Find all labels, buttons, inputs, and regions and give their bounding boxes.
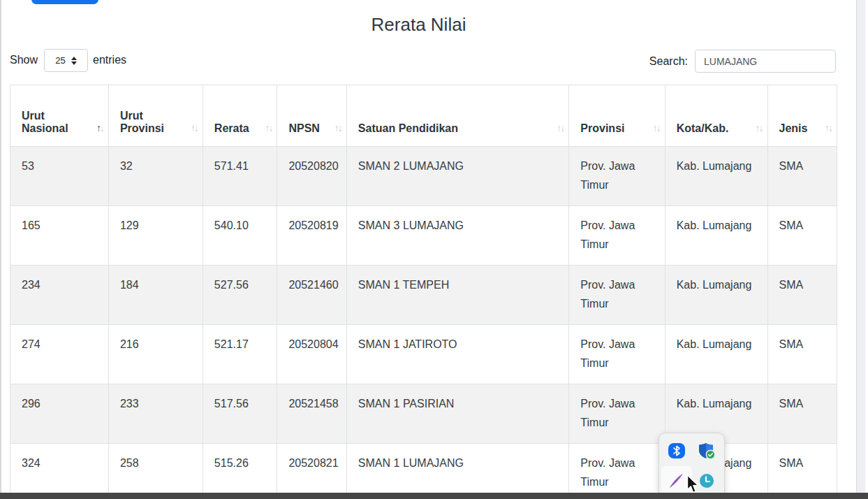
- cell-urut-provinsi: 129: [108, 206, 203, 266]
- column-label: Kota/Kab.: [677, 122, 729, 134]
- top-button[interactable]: [31, 0, 98, 4]
- bluetooth-icon[interactable]: [661, 435, 692, 466]
- taskbar-edge[interactable]: [0, 493, 868, 499]
- cell-jenis: SMA: [767, 444, 837, 499]
- sort-icon: ↑↓: [96, 122, 103, 133]
- entries-label: entries: [93, 54, 126, 66]
- cell-urut-provinsi: 32: [108, 147, 203, 206]
- cell-urut-nasional: 53: [10, 147, 109, 206]
- cell-urut-nasional: 165: [10, 206, 109, 266]
- table-row: 165129540.1020520819SMAN 3 LUMAJANGProv.…: [10, 206, 837, 266]
- cell-npsn: 20520820: [277, 147, 346, 206]
- column-header-urut-provinsi[interactable]: Urut Provinsi↑↓: [108, 85, 203, 147]
- cell-satuan-pendidikan: SMAN 1 TEMPEH: [346, 266, 568, 325]
- cell-urut-provinsi: 233: [108, 384, 203, 444]
- cell-satuan-pendidikan: SMAN 1 PASIRIAN: [346, 384, 568, 444]
- column-header-rerata[interactable]: Rerata↑↓: [203, 85, 277, 147]
- entries-per-page-value: 25: [55, 55, 65, 66]
- cell-rerata: 517.56: [203, 384, 277, 444]
- column-header-provinsi[interactable]: Provinsi↑↓: [569, 85, 665, 147]
- cell-rerata: 571.41: [203, 147, 277, 206]
- cell-urut-nasional: 274: [10, 325, 109, 384]
- search-input[interactable]: [695, 50, 836, 73]
- column-header-urut-nasional[interactable]: Urut Nasional↑↓: [10, 85, 109, 147]
- cell-kota-kab: Kab. Lumajang: [665, 206, 767, 266]
- clock-icon[interactable]: [692, 466, 723, 497]
- cell-npsn: 20521458: [277, 384, 346, 444]
- cell-rerata: 515.26: [203, 444, 277, 499]
- table-header-row: Urut Nasional↑↓Urut Provinsi↑↓Rerata↑↓NP…: [10, 85, 837, 147]
- column-label: NPSN: [288, 122, 319, 134]
- cell-urut-provinsi: 184: [108, 266, 203, 325]
- table-row: 274216521.1720520804SMAN 1 JATIROTOProv.…: [10, 325, 837, 384]
- cell-jenis: SMA: [767, 266, 837, 325]
- column-label: Urut Provinsi: [120, 110, 164, 134]
- sort-icon: ↑↓: [825, 122, 832, 133]
- cell-jenis: SMA: [767, 325, 837, 384]
- pen-icon[interactable]: [661, 466, 692, 497]
- cell-satuan-pendidikan: SMAN 1 LUMAJANG: [346, 444, 568, 499]
- column-label: Rerata: [214, 122, 249, 134]
- column-header-satuan-pendidikan[interactable]: Satuan Pendidikan↑↓: [346, 85, 568, 147]
- sort-icon: ↑↓: [557, 122, 564, 133]
- cell-satuan-pendidikan: SMAN 1 JATIROTO: [346, 325, 568, 384]
- sort-icon: ↑↓: [756, 122, 763, 133]
- cell-kota-kab: Kab. Lumajang: [665, 266, 767, 325]
- cell-provinsi: Prov. Jawa Timur: [569, 206, 665, 266]
- column-label: Urut Nasional: [22, 110, 68, 134]
- system-tray-overflow-popup: [659, 433, 725, 499]
- table-row: 5332571.4120520820SMAN 2 LUMAJANGProv. J…: [10, 147, 837, 206]
- search-label: Search:: [649, 55, 688, 68]
- show-label: Show: [10, 54, 38, 66]
- cell-rerata: 540.10: [203, 206, 277, 266]
- cell-urut-nasional: 296: [10, 384, 109, 444]
- table-row: 234184527.5620521460SMAN 1 TEMPEHProv. J…: [10, 266, 837, 325]
- column-label: Satuan Pendidikan: [358, 122, 458, 134]
- screen: { "page": { "title": "Rerata Nilai", "le…: [0, 0, 868, 499]
- column-header-npsn[interactable]: NPSN↑↓: [277, 85, 346, 147]
- cell-provinsi: Prov. Jawa Timur: [569, 384, 665, 444]
- sort-icon: ↑↓: [191, 122, 198, 133]
- sort-icon: ↑↓: [334, 122, 341, 133]
- cell-urut-nasional: 234: [10, 266, 109, 325]
- sort-icon: ↑↓: [653, 122, 660, 133]
- column-header-jenis[interactable]: Jenis↑↓: [767, 85, 837, 147]
- cell-npsn: 20520819: [277, 206, 346, 266]
- cell-urut-provinsi: 258: [108, 444, 203, 499]
- column-header-kota-kab[interactable]: Kota/Kab.↑↓: [665, 85, 767, 147]
- cell-satuan-pendidikan: SMAN 2 LUMAJANG: [346, 147, 568, 206]
- vertical-scrollbar[interactable]: [856, 0, 865, 499]
- cell-jenis: SMA: [767, 206, 837, 266]
- cell-npsn: 20520821: [277, 444, 346, 499]
- cell-npsn: 20521460: [277, 266, 346, 325]
- cell-kota-kab: Kab. Lumajang: [665, 325, 767, 384]
- cell-rerata: 527.56: [203, 266, 277, 325]
- cell-urut-nasional: 324: [10, 444, 109, 499]
- windows-security-icon[interactable]: [692, 435, 723, 466]
- cell-urut-provinsi: 216: [108, 325, 203, 384]
- column-label: Provinsi: [580, 122, 624, 134]
- entries-per-page-select[interactable]: 25: [44, 49, 88, 72]
- cell-provinsi: Prov. Jawa Timur: [569, 444, 665, 499]
- column-label: Jenis: [779, 122, 808, 134]
- cell-kota-kab: Kab. Lumajang: [665, 147, 767, 206]
- cell-satuan-pendidikan: SMAN 3 LUMAJANG: [346, 206, 568, 266]
- cell-provinsi: Prov. Jawa Timur: [569, 266, 665, 325]
- cell-jenis: SMA: [767, 147, 837, 206]
- cell-npsn: 20520804: [277, 325, 346, 384]
- cell-provinsi: Prov. Jawa Timur: [569, 147, 665, 206]
- cell-provinsi: Prov. Jawa Timur: [569, 325, 665, 384]
- cell-jenis: SMA: [767, 384, 837, 444]
- page-title: Rerata Nilai: [0, 14, 837, 36]
- select-updown-icon: [71, 57, 77, 65]
- window-left-edge: [0, 0, 1, 499]
- sort-icon: ↑↓: [265, 122, 272, 133]
- cell-rerata: 521.17: [203, 325, 277, 384]
